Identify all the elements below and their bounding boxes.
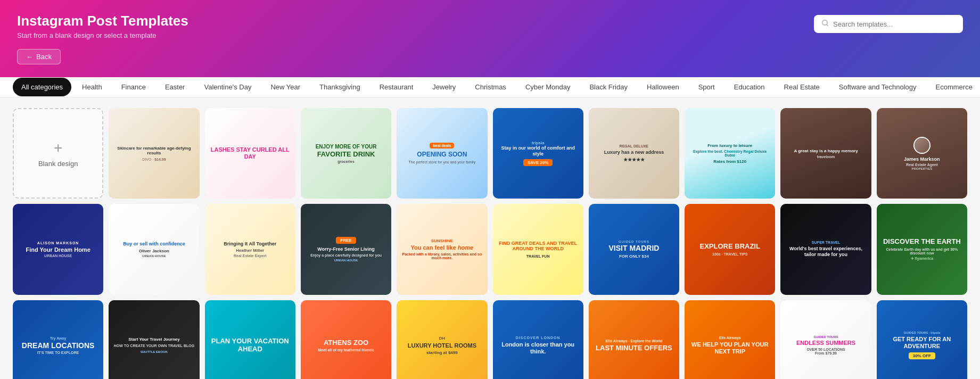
search-icon bbox=[821, 19, 829, 29]
templates-grid: + Blank design Skincare for remarkable a… bbox=[0, 97, 980, 379]
category-pill-christmas[interactable]: Christmas bbox=[466, 78, 515, 96]
category-pill-easter[interactable]: Easter bbox=[157, 78, 194, 96]
template-card-brazil[interactable]: EXPLORE BRAZIL 100s · TRAVEL TIPS bbox=[685, 204, 775, 294]
plus-icon: + bbox=[54, 139, 62, 156]
svg-line-1 bbox=[827, 24, 828, 26]
template-card-shuttle[interactable]: Start Your Travel Journey HOW TO CREATE … bbox=[109, 300, 199, 379]
page-title: Instagram Post Templates bbox=[17, 13, 188, 29]
template-card-plan-vacation[interactable]: PLAN YOUR VACATION AHEAD bbox=[205, 300, 295, 379]
back-button[interactable]: ← Back bbox=[17, 49, 61, 64]
template-card-last-minute[interactable]: Elis Airways · Explore the World LAST MI… bbox=[589, 300, 679, 379]
template-card-alison[interactable]: ALISON MARKSON Find Your Dream Home URBA… bbox=[13, 204, 103, 294]
template-card-urban[interactable]: FREE Worry-Free Senior Living Enjoy a pl… bbox=[301, 204, 391, 294]
template-card-adventure[interactable]: GUIDED TOURS · tripsia GET READY FOR AN … bbox=[877, 300, 967, 379]
category-pill-realestate[interactable]: Real Estate bbox=[776, 78, 828, 96]
category-pill-all[interactable]: All categories bbox=[13, 78, 71, 96]
category-pill-blackfriday[interactable]: Black Friday bbox=[581, 78, 636, 96]
category-pill-valentines[interactable]: Valentine's Day bbox=[195, 78, 260, 96]
template-card-world-travel[interactable]: SUPER TRAVEL World's best travel experie… bbox=[780, 204, 871, 294]
categories-bar: All categoriesHealthFinanceEasterValenti… bbox=[0, 77, 980, 97]
template-card-dream[interactable]: Try Away DREAM LOCATIONS IT'S TIME TO EX… bbox=[13, 300, 103, 379]
template-card-athens-zoo[interactable]: ATHENS ZOO Meet all of my feathered frie… bbox=[301, 300, 391, 379]
blank-design-label: Blank design bbox=[38, 160, 78, 168]
template-card-james[interactable]: James Markson Real Estate Agent PROPERTI… bbox=[877, 108, 967, 199]
template-card-lashes[interactable]: LASHES STAY CURLED ALL DAY bbox=[205, 108, 295, 199]
template-card-feel-home[interactable]: SUNSHINE You can feel like home Packed w… bbox=[397, 204, 487, 294]
category-pill-softwaretech[interactable]: Software and Technology bbox=[830, 78, 925, 96]
category-pill-education[interactable]: Education bbox=[726, 78, 773, 96]
category-pill-thanksgiving[interactable]: Thanksgiving bbox=[311, 78, 369, 96]
back-label: Back bbox=[36, 53, 52, 61]
category-pill-finance[interactable]: Finance bbox=[113, 78, 154, 96]
template-card-luxury-leisure[interactable]: From luxury to leisure Explore the best.… bbox=[685, 108, 775, 199]
category-pill-halloween[interactable]: Halloween bbox=[638, 78, 688, 96]
header: Instagram Post Templates Start from a bl… bbox=[0, 0, 980, 77]
blank-design-card[interactable]: + Blank design bbox=[13, 108, 103, 199]
template-card-opening[interactable]: best deals OPENING SOON The perfect stor… bbox=[397, 108, 487, 199]
template-card-luxury-hotel[interactable]: DH LUXURY HOTEL ROOMS starting at $499 bbox=[397, 300, 487, 379]
template-card-madrid[interactable]: GUIDED TOURS VISIT MADRID FOR ONLY $34 bbox=[589, 204, 679, 294]
template-card-drink[interactable]: ENJOY MORE OF YOUR FAVORITE DRINK grocer… bbox=[301, 108, 391, 199]
template-card-traveloom[interactable]: A great stay is a happy memory traveloom bbox=[780, 108, 871, 199]
category-pill-cybermonday[interactable]: Cyber Monday bbox=[517, 78, 579, 96]
template-card-help-plan[interactable]: Elis Airways WE HELP YOU PLAN YOUR NEXT … bbox=[685, 300, 775, 379]
back-arrow-icon: ← bbox=[26, 53, 33, 61]
category-pill-jewelry[interactable]: Jewelry bbox=[424, 78, 464, 96]
category-pill-ecommerce[interactable]: Ecommerce bbox=[927, 78, 980, 96]
search-box bbox=[814, 15, 963, 33]
search-input[interactable] bbox=[833, 20, 956, 28]
category-pill-newyear[interactable]: New Year bbox=[262, 78, 309, 96]
page-subtitle: Start from a blank design or select a te… bbox=[17, 31, 188, 39]
template-card-discover[interactable]: DISCOVER THE EARTH Celebrate Earth day w… bbox=[877, 204, 967, 294]
template-card-skincare[interactable]: Skincare for remarkable age-defying resu… bbox=[109, 108, 199, 199]
header-left: Instagram Post Templates Start from a bl… bbox=[17, 13, 188, 64]
template-card-endless-summers[interactable]: GUIDED TOURS ENDLESS SUMMERS OVER 50 LOC… bbox=[780, 300, 871, 379]
template-card-oliver[interactable]: Buy or sell with confidence Oliver Jacks… bbox=[109, 204, 199, 294]
category-pill-sport[interactable]: Sport bbox=[690, 78, 723, 96]
template-card-travel-deals[interactable]: FIND GREAT DEALS AND TRAVEL AROUND THE W… bbox=[493, 204, 583, 294]
template-card-london[interactable]: DISCOVER LONDON London is closer than yo… bbox=[493, 300, 583, 379]
category-pill-restaurant[interactable]: Restaurant bbox=[371, 78, 422, 96]
category-pill-health[interactable]: Health bbox=[73, 78, 111, 96]
template-card-tripsta[interactable]: tripsia Stay in our world of comfort and… bbox=[493, 108, 583, 199]
template-card-regal1[interactable]: REGAL DELUXE Luxury has a new address ★★… bbox=[589, 108, 679, 199]
header-search-area bbox=[814, 13, 963, 33]
template-card-heather[interactable]: Bringing It All Together Heather Miller … bbox=[205, 204, 295, 294]
